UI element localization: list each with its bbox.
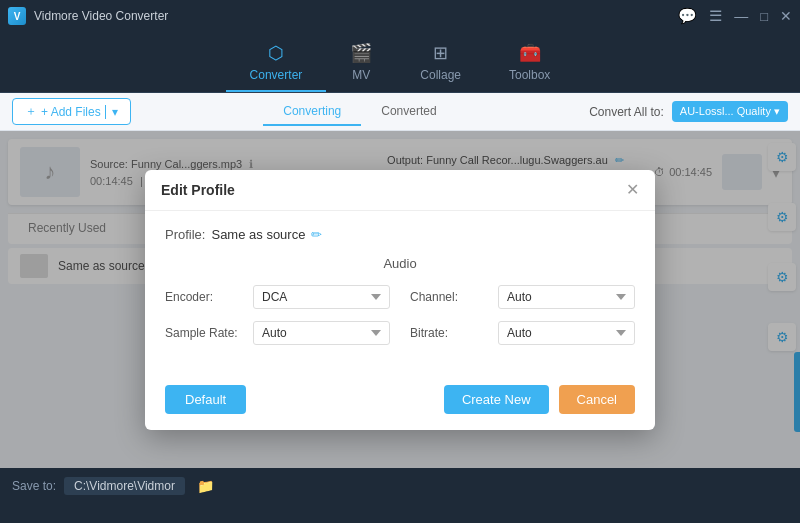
nav-tab-converter[interactable]: ⬡ Converter	[226, 36, 327, 92]
app-icon: V	[8, 7, 26, 25]
collage-icon: ⊞	[433, 42, 448, 64]
toolbox-icon: 🧰	[519, 42, 541, 64]
encoder-select[interactable]: DCA AAC MP3 AC3 FLAC	[253, 285, 390, 309]
bitrate-row: Bitrate: Auto 128k 192k 256k 320k	[410, 321, 635, 345]
main-content: ♪ Source: Funny Cal...ggers.mp3 ℹ 00:14:…	[0, 131, 800, 468]
sample-rate-label: Sample Rate:	[165, 326, 245, 340]
nav-tab-mv[interactable]: 🎬 MV	[326, 36, 396, 92]
minimize-icon[interactable]: —	[734, 8, 748, 24]
toolbar-tab-converted[interactable]: Converted	[361, 98, 456, 126]
nav-tab-converter-label: Converter	[250, 68, 303, 82]
nav-tab-mv-label: MV	[352, 68, 370, 82]
converter-icon: ⬡	[268, 42, 284, 64]
add-files-icon: ＋	[25, 103, 37, 120]
save-path: C:\Vidmore\Vidmor	[64, 477, 185, 495]
profile-edit-icon[interactable]: ✏	[311, 227, 322, 242]
cancel-button[interactable]: Cancel	[559, 385, 635, 414]
profile-row: Profile: Same as source ✏	[165, 227, 635, 242]
edit-profile-dialog: Edit Profile ✕ Profile: Same as source ✏…	[145, 170, 655, 430]
dialog-title: Edit Profile	[161, 182, 235, 198]
folder-icon[interactable]: 📁	[197, 478, 214, 494]
dialog-close-button[interactable]: ✕	[626, 182, 639, 198]
toolbar: ＋ + Add Files ▾ Converting Converted Con…	[0, 93, 800, 131]
toolbar-tabs: Converting Converted	[263, 98, 456, 126]
form-grid: Encoder: DCA AAC MP3 AC3 FLAC Channel:	[165, 285, 635, 345]
maximize-icon[interactable]: □	[760, 9, 768, 24]
toolbar-right: Convert All to: AU-Lossl... Quality ▾	[589, 101, 788, 122]
default-button[interactable]: Default	[165, 385, 246, 414]
encoder-label: Encoder:	[165, 290, 245, 304]
bottom-bar: Save to: C:\Vidmore\Vidmor 📁	[0, 468, 800, 504]
create-new-button[interactable]: Create New	[444, 385, 549, 414]
convert-all-label: Convert All to:	[589, 105, 664, 119]
bitrate-select[interactable]: Auto 128k 192k 256k 320k	[498, 321, 635, 345]
add-files-label: + Add Files	[41, 105, 101, 119]
dialog-header: Edit Profile ✕	[145, 170, 655, 211]
channel-select[interactable]: Auto Mono Stereo 5.1	[498, 285, 635, 309]
app-title: Vidmore Video Converter	[34, 9, 168, 23]
title-bar-controls: 💬 ☰ — □ ✕	[678, 7, 792, 25]
close-icon[interactable]: ✕	[780, 8, 792, 24]
nav-tab-collage[interactable]: ⊞ Collage	[396, 36, 485, 92]
dialog-footer: Default Create New Cancel	[145, 385, 655, 430]
toolbar-left: ＋ + Add Files ▾	[12, 98, 131, 125]
title-bar: V Vidmore Video Converter 💬 ☰ — □ ✕	[0, 0, 800, 32]
dialog-overlay: Edit Profile ✕ Profile: Same as source ✏…	[0, 131, 800, 468]
add-files-dropdown-icon: ▾	[105, 105, 118, 119]
title-bar-left: V Vidmore Video Converter	[8, 7, 168, 25]
save-to-label: Save to:	[12, 479, 56, 493]
toolbar-tab-converting[interactable]: Converting	[263, 98, 361, 126]
channel-row: Channel: Auto Mono Stereo 5.1	[410, 285, 635, 309]
nav-tab-toolbox[interactable]: 🧰 Toolbox	[485, 36, 574, 92]
channel-label: Channel:	[410, 290, 490, 304]
dialog-body: Profile: Same as source ✏ Audio Encoder:…	[145, 211, 655, 385]
nav-tabs: ⬡ Converter 🎬 MV ⊞ Collage 🧰 Toolbox	[0, 32, 800, 93]
audio-section-label: Audio	[165, 256, 635, 271]
profile-key-label: Profile:	[165, 227, 205, 242]
nav-tab-collage-label: Collage	[420, 68, 461, 82]
nav-tab-toolbox-label: Toolbox	[509, 68, 550, 82]
quality-select[interactable]: AU-Lossl... Quality ▾	[672, 101, 788, 122]
menu-icon[interactable]: ☰	[709, 7, 722, 25]
mv-icon: 🎬	[350, 42, 372, 64]
sample-rate-row: Sample Rate: Auto 44100 48000 96000	[165, 321, 390, 345]
encoder-row: Encoder: DCA AAC MP3 AC3 FLAC	[165, 285, 390, 309]
profile-value: Same as source	[211, 227, 305, 242]
sample-rate-select[interactable]: Auto 44100 48000 96000	[253, 321, 390, 345]
add-files-button[interactable]: ＋ + Add Files ▾	[12, 98, 131, 125]
bitrate-label: Bitrate:	[410, 326, 490, 340]
chat-icon[interactable]: 💬	[678, 7, 697, 25]
